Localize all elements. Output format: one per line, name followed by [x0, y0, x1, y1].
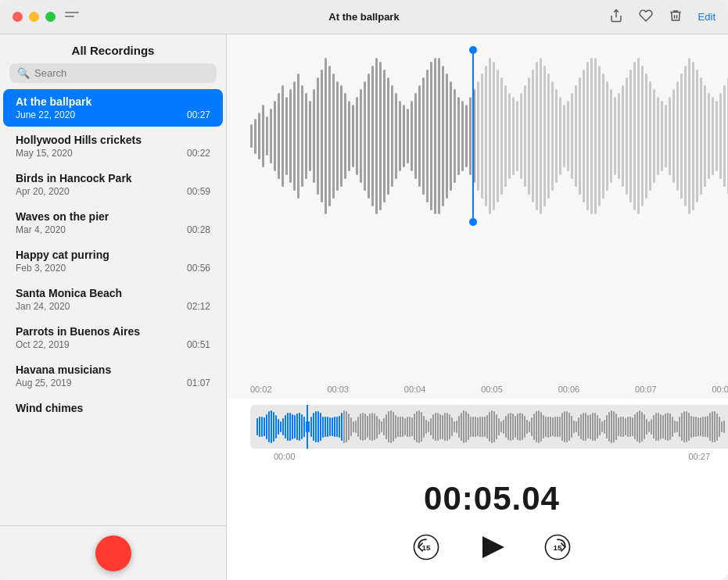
mini-waveform-bar	[538, 410, 540, 442]
recording-date: June 22, 2020	[16, 109, 75, 120]
mini-waveform-bar	[386, 414, 387, 439]
mini-waveform-bar	[275, 415, 277, 439]
waveform-bar	[418, 85, 421, 187]
mini-waveform-bar	[393, 412, 394, 442]
recording-name: Santa Monica Beach	[16, 287, 210, 299]
search-input[interactable]	[34, 67, 209, 79]
waveform-bar	[368, 73, 370, 199]
mini-waveform-bar	[529, 421, 530, 432]
waveform-bar	[512, 97, 515, 175]
waveform-bar	[622, 85, 624, 187]
recording-item[interactable]: At the ballpark June 22, 2020 00:27	[3, 89, 223, 127]
close-button[interactable]	[13, 12, 23, 22]
mini-waveform-bar	[479, 417, 481, 436]
waveform-bar	[524, 85, 526, 187]
waveform-area[interactable]: 00:0200:0300:0400:0500:0600:0700:08	[227, 34, 728, 399]
recording-item[interactable]: Hollywood Hills crickets May 15, 2020 00…	[3, 127, 223, 165]
waveform-bar	[336, 81, 339, 191]
mini-waveform-bar	[325, 417, 326, 437]
playhead-top-dot	[469, 46, 477, 54]
waveform-bar	[301, 85, 303, 187]
mini-waveform-bar	[545, 417, 547, 437]
mini-waveform-bar	[348, 414, 350, 440]
mini-waveform-bar	[712, 411, 713, 443]
mini-waveform-bar	[611, 410, 612, 442]
delete-icon[interactable]	[669, 9, 683, 26]
recording-item[interactable]: Happy cat purring Feb 3, 2020 00:56	[3, 242, 223, 280]
favorite-icon[interactable]	[639, 9, 653, 26]
mini-waveform-bar	[339, 416, 340, 439]
waveform-bar	[669, 97, 671, 175]
window-title: At the ballpark	[328, 11, 399, 23]
recording-item[interactable]: Waves on the pier Mar 4, 2020 00:28	[3, 204, 223, 242]
mini-waveform-bar	[285, 415, 286, 439]
mini-waveform-bar	[374, 414, 375, 441]
mini-waveform-area: 00:00 00:27	[227, 399, 728, 471]
recording-date: Oct 22, 2019	[16, 339, 70, 350]
mini-waveform-bar	[310, 417, 312, 437]
waveform-bar	[723, 85, 726, 187]
mini-waveform-bar	[397, 417, 399, 436]
waveform-bar	[309, 101, 311, 171]
mini-waveform-bar	[343, 410, 345, 442]
mini-waveform-bar	[327, 417, 328, 438]
skip-forward-button[interactable]: 15	[540, 530, 575, 564]
waveform-bar	[653, 89, 655, 183]
mini-waveform-bar	[402, 417, 403, 437]
mini-waveform-bar	[376, 416, 378, 439]
mini-waveform-bar	[364, 414, 366, 440]
recording-item[interactable]: Wind chimes	[3, 396, 223, 422]
waveform-bar	[555, 89, 558, 183]
mini-waveform-bar	[629, 417, 631, 438]
skip-back-button[interactable]: 15	[409, 530, 443, 564]
mini-waveform-bar	[334, 417, 335, 438]
recording-item[interactable]: Birds in Hancock Park Apr 20, 2020 00:59	[3, 166, 223, 203]
record-button[interactable]	[95, 535, 131, 571]
mini-waveform-bar	[719, 417, 720, 436]
mini-waveform-bar	[594, 413, 596, 441]
mini-timeline-end: 00:27	[688, 452, 710, 461]
waveform-bar	[633, 62, 636, 210]
mini-waveform-bar	[278, 419, 279, 434]
mini-waveform-bar	[658, 413, 659, 441]
mini-waveform-bar	[416, 411, 418, 442]
mini-waveform-bar	[568, 413, 570, 441]
waveform-bar	[262, 105, 264, 167]
sidebar-toggle-button[interactable]	[65, 12, 79, 22]
minimize-button[interactable]	[29, 12, 39, 22]
waveform-bar	[532, 70, 534, 202]
recording-item[interactable]: Havana musicians Aug 25, 2019 01:07	[3, 357, 223, 395]
mini-waveform-bar	[667, 413, 669, 441]
recording-meta: Mar 4, 2020 00:28	[16, 224, 210, 235]
play-button[interactable]	[475, 530, 509, 564]
waveform-bar	[586, 62, 589, 210]
share-icon[interactable]	[609, 9, 623, 26]
waveform-bar	[700, 77, 702, 195]
mini-waveform-bar	[672, 417, 673, 437]
mini-waveform-bar	[559, 417, 561, 437]
recording-duration: 00:56	[187, 263, 210, 274]
recording-item[interactable]: Santa Monica Beach Jan 24, 2020 02:12	[3, 281, 223, 318]
mini-waveform-bar	[552, 417, 554, 436]
mini-waveform-bar	[620, 417, 622, 438]
mini-waveform-bar	[400, 417, 401, 438]
waveform-bars	[250, 50, 728, 222]
playhead-line	[472, 50, 474, 222]
search-bar[interactable]: 🔍	[9, 63, 217, 83]
mini-waveform-bar	[259, 417, 260, 437]
mini-waveform-bar	[655, 413, 657, 440]
mini-waveform-bar	[322, 417, 324, 438]
waveform-bar	[688, 58, 690, 214]
mini-waveform-bar	[592, 413, 594, 441]
maximize-button[interactable]	[45, 12, 56, 22]
waveform-bar	[520, 93, 522, 179]
mini-waveform[interactable]	[250, 405, 728, 449]
recording-item[interactable]: Parrots in Buenos Aires Oct 22, 2019 00:…	[3, 319, 223, 356]
mini-waveform-bar	[395, 415, 396, 439]
mini-waveform-bar	[695, 417, 697, 438]
mini-waveform-bar	[702, 417, 704, 438]
recording-date: Feb 3, 2020	[16, 263, 66, 274]
mini-waveform-bar	[709, 413, 711, 441]
waveform-bar	[375, 58, 378, 214]
edit-button[interactable]: Edit	[698, 11, 715, 23]
